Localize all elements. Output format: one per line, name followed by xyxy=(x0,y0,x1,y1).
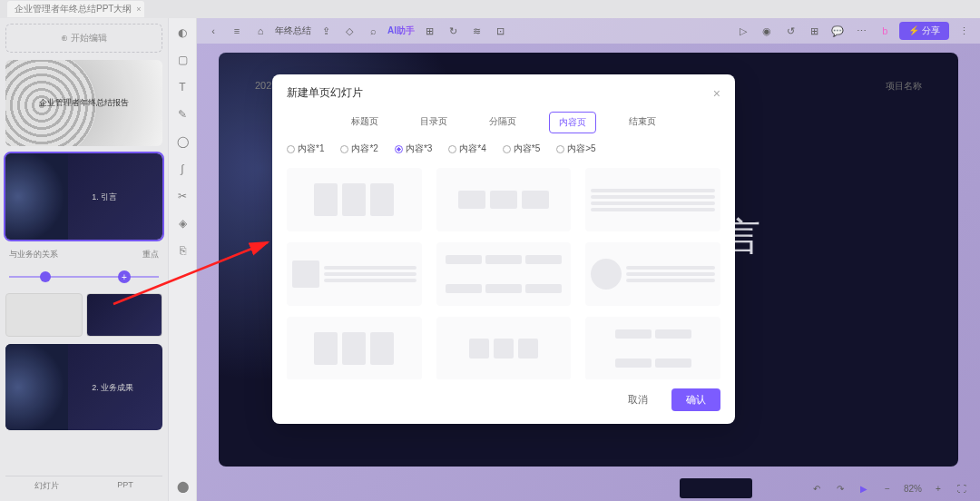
cancel-button[interactable]: 取消 xyxy=(613,388,662,411)
template-card-2[interactable] xyxy=(436,168,572,231)
radio-content-gt5[interactable]: 内容>5 xyxy=(556,142,595,155)
template-card-8[interactable] xyxy=(436,317,572,379)
modal-tab-end[interactable]: 结束页 xyxy=(620,112,665,133)
modal-tab-divider[interactable]: 分隔页 xyxy=(480,112,525,133)
modal-body xyxy=(272,164,735,379)
confirm-button[interactable]: 确认 xyxy=(671,388,720,411)
modal-tabs: 标题页 目录页 分隔页 内容页 结束页 xyxy=(272,108,735,142)
radio-content-2[interactable]: 内容*2 xyxy=(340,142,377,155)
modal-title: 新建单页幻灯片 xyxy=(287,85,363,101)
template-card-3[interactable] xyxy=(585,168,720,231)
new-slide-modal: 新建单页幻灯片 × 标题页 目录页 分隔页 内容页 结束页 内容*1 内容*2 … xyxy=(272,74,735,424)
radio-content-5[interactable]: 内容*5 xyxy=(503,142,540,155)
template-card-1[interactable] xyxy=(287,168,422,231)
radio-content-4[interactable]: 内容*4 xyxy=(448,142,485,155)
template-card-9[interactable] xyxy=(585,317,720,379)
template-card-4[interactable] xyxy=(287,242,422,306)
radio-content-3[interactable]: 内容*3 xyxy=(395,142,432,155)
modal-header: 新建单页幻灯片 × xyxy=(272,74,735,108)
modal-close-icon[interactable]: × xyxy=(713,86,720,101)
modal-tab-title[interactable]: 标题页 xyxy=(342,112,387,133)
modal-tab-toc[interactable]: 目录页 xyxy=(411,112,456,133)
cover-title-text: 企业管理者年终总结报告 xyxy=(39,97,129,109)
template-card-5[interactable] xyxy=(436,242,572,306)
radio-content-1[interactable]: 内容*1 xyxy=(287,142,324,155)
modal-radio-row: 内容*1 内容*2 内容*3 内容*4 内容*5 内容>5 xyxy=(272,142,735,164)
template-card-6[interactable] xyxy=(585,242,720,306)
template-card-7[interactable] xyxy=(287,317,422,379)
modal-tab-content[interactable]: 内容页 xyxy=(549,112,596,133)
modal-footer: 取消 确认 xyxy=(272,379,735,424)
